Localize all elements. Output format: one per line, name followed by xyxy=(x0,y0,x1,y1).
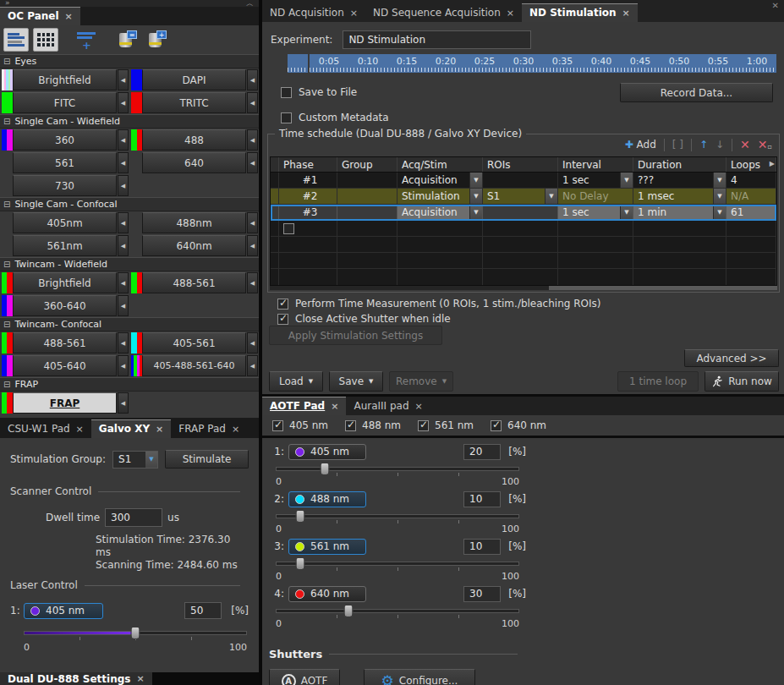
tab-dual-du-888-settings[interactable]: Dual DU-888 Settings × xyxy=(0,672,152,685)
aotf-shutter-button[interactable]: A AOTF xyxy=(269,669,340,685)
loops-cell[interactable]: 4 xyxy=(726,173,776,188)
objective-settings-button[interactable]: ≡ xyxy=(114,28,140,52)
collapse-group-icon[interactable]: ⊟ xyxy=(3,200,10,209)
tab-frap-pad[interactable]: FRAP Pad × xyxy=(171,420,247,438)
tab-auraiii-pad[interactable]: AuraIII pad × xyxy=(346,397,430,415)
slider-handle[interactable] xyxy=(295,510,304,523)
tear-off-icon[interactable]: ◀ xyxy=(118,152,129,173)
oc-button-360[interactable]: 360 xyxy=(13,129,117,151)
close-icon[interactable]: × xyxy=(76,424,84,435)
tear-off-icon[interactable]: ◀ xyxy=(118,175,129,196)
tear-off-icon[interactable]: ◀ xyxy=(118,295,129,316)
channel-640-checkbox[interactable] xyxy=(491,420,502,431)
tear-off-icon[interactable]: ◀ xyxy=(247,152,258,173)
channel-561-checkbox[interactable] xyxy=(418,420,429,431)
close-icon[interactable]: × xyxy=(232,424,239,435)
chevron-down-icon[interactable]: ▼ xyxy=(620,205,633,220)
close-icon[interactable]: × xyxy=(136,673,144,684)
col-acq-stim[interactable]: Acq/Stim xyxy=(397,157,483,172)
rois-cell[interactable] xyxy=(483,205,558,220)
collapse-panel-icon[interactable]: » xyxy=(5,0,10,7)
duration-dropdown[interactable]: 1 min▼ xyxy=(633,205,726,220)
panel-close-icon[interactable]: ✕ xyxy=(772,1,779,10)
tear-off-icon[interactable]: ◀ xyxy=(118,69,129,90)
slider-handle[interactable] xyxy=(320,463,329,475)
col-interval[interactable]: Interval xyxy=(558,157,633,172)
close-icon[interactable]: × xyxy=(622,8,630,19)
oc-button-brightfield[interactable]: Brightfield xyxy=(13,69,117,90)
oc-button-tc-405-488-561-640[interactable]: 405-488-561-640 xyxy=(142,355,246,376)
experiment-name-input[interactable] xyxy=(343,30,531,49)
aotf-laser-488-button[interactable]: 488 nm xyxy=(288,491,366,507)
schedule-new-row[interactable] xyxy=(271,221,776,237)
chevron-down-icon[interactable]: ▼ xyxy=(713,173,726,188)
loops-cell[interactable]: 61 xyxy=(726,205,776,220)
save-button[interactable]: Save▼ xyxy=(329,371,383,392)
oc-button-488[interactable]: 488 xyxy=(142,129,246,151)
oc-group-header-twincam-confocal[interactable]: ⊟ Twincam- Confocal xyxy=(0,317,259,332)
oc-button-488nm[interactable]: 488nm xyxy=(142,212,246,233)
tear-off-icon[interactable]: ◀ xyxy=(118,355,129,376)
tear-off-icon[interactable]: ◀ xyxy=(247,129,258,151)
slider-handle[interactable] xyxy=(295,557,304,570)
schedule-row-1[interactable]: #1 Acquisition▼ 1 sec▼ ???▼ 4 xyxy=(271,173,776,189)
group-cell[interactable] xyxy=(337,205,397,220)
duration-dropdown[interactable]: 1 msec▼ xyxy=(633,189,726,204)
dwell-time-input[interactable] xyxy=(105,508,162,527)
oc-group-header-singlecam-widefield[interactable]: ⊟ Single Cam - Widefield xyxy=(0,114,259,129)
tab-oc-panel[interactable]: OC Panel × xyxy=(0,7,80,25)
channel-405-checkbox[interactable] xyxy=(272,420,283,431)
tear-off-icon[interactable]: ◀ xyxy=(118,332,129,353)
laser-power-input[interactable] xyxy=(184,602,222,619)
tab-galvo-xy[interactable]: Galvo XY × xyxy=(91,419,171,438)
load-button[interactable]: Load▼ xyxy=(269,371,323,392)
collapse-group-icon[interactable]: ⊟ xyxy=(3,57,10,66)
laser-561-power-input[interactable] xyxy=(463,539,501,555)
oc-button-640nm[interactable]: 640nm xyxy=(142,235,246,256)
slider-handle[interactable] xyxy=(344,605,354,617)
add-configuration-button[interactable]: + xyxy=(74,28,99,52)
collapse-group-icon[interactable]: ⊟ xyxy=(3,380,10,389)
tear-off-icon[interactable]: ◀ xyxy=(118,235,129,256)
advanced-button[interactable]: Advanced >> xyxy=(684,349,779,367)
tear-off-icon[interactable]: ◀ xyxy=(118,212,129,233)
aotf-laser-561-button[interactable]: 561 nm xyxy=(288,539,366,555)
oc-group-header-eyes[interactable]: ⊟ Eyes xyxy=(0,54,259,68)
laser-405-slider[interactable] xyxy=(276,463,519,474)
close-icon[interactable]: × xyxy=(507,8,514,19)
channel-488-checkbox[interactable] xyxy=(345,420,356,431)
time-loop-button[interactable]: 1 time loop xyxy=(617,371,699,392)
tear-off-icon[interactable]: ◀ xyxy=(247,355,258,376)
tear-off-icon[interactable]: ◀ xyxy=(118,92,129,113)
close-icon[interactable]: × xyxy=(65,11,73,22)
list-view-button[interactable] xyxy=(3,28,29,52)
tear-off-icon[interactable]: ◀ xyxy=(247,272,258,293)
col-duration[interactable]: Duration xyxy=(633,157,726,172)
laser-power-slider[interactable] xyxy=(24,627,247,638)
move-up-icon[interactable]: ↑ xyxy=(699,139,708,151)
schedule-row-3-selected[interactable]: #3 Acquisition▼ 1 sec▼ 1 min▼ 61 xyxy=(271,205,776,221)
record-data-button[interactable]: Record Data... xyxy=(620,83,773,102)
slider-handle[interactable] xyxy=(131,627,140,639)
aotf-laser-640-button[interactable]: 640 nm xyxy=(288,586,366,602)
stimulate-button[interactable]: Stimulate xyxy=(165,450,249,469)
collapse-group-icon[interactable]: ⊟ xyxy=(3,117,10,126)
apply-stimulation-settings-button[interactable]: Apply Stimulation Settings xyxy=(269,326,442,345)
duration-dropdown[interactable]: ???▼ xyxy=(633,173,726,188)
col-group[interactable]: Group xyxy=(337,157,397,172)
interval-cell[interactable]: No Delay xyxy=(558,189,633,204)
interval-dropdown[interactable]: 1 sec▼ xyxy=(558,173,633,188)
oc-button-fitc[interactable]: FITC xyxy=(13,92,117,113)
laser-405-power-input[interactable] xyxy=(463,444,501,460)
chevron-down-icon[interactable]: ▼ xyxy=(620,173,633,188)
laser-561-slider[interactable] xyxy=(276,557,519,569)
scroll-up-icon[interactable]: ︿ xyxy=(246,0,254,9)
tab-nd-acquisition[interactable]: ND Acquisition × xyxy=(262,4,365,22)
tab-nd-stimulation[interactable]: ND Stimulation × xyxy=(522,3,638,22)
new-phase-checkbox[interactable] xyxy=(283,223,294,234)
close-icon[interactable]: × xyxy=(350,8,358,19)
tab-aotf-pad[interactable]: AOTF Pad × xyxy=(262,397,346,415)
remove-button[interactable]: Remove▼ xyxy=(389,371,453,392)
chevron-down-icon[interactable]: ▼ xyxy=(469,205,482,220)
oc-group-header-twincam-widefield[interactable]: ⊟ Twincam - Widefield xyxy=(0,257,259,271)
